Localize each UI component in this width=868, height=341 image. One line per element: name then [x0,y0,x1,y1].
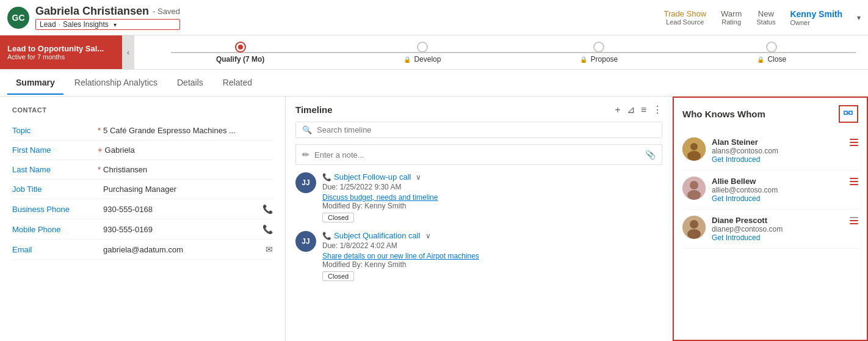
owner-name[interactable]: Kenny Smith [790,9,842,19]
paperclip-icon[interactable]: 📎 [645,150,656,160]
timeline-sort-button[interactable]: ≡ [641,105,646,116]
field-value-businessphone[interactable]: 930-555-0168 [103,205,258,214]
main-content: CONTACT Topic * 5 Café Grande Espresso M… [0,97,868,341]
contact-email-1: allieb@contoso.com [712,186,844,194]
timeline-panel: Timeline + ⊿ ≡ ⋮ 🔍 ✏ 📎 JJ 📞 Subject Foll… [286,97,673,341]
timeline-more-button[interactable]: ⋮ [653,104,662,116]
contact-introduce-1[interactable]: Get Introduced [712,194,844,203]
lead-source-value: Trade Show [664,9,706,18]
contact-avatar-0 [682,138,706,161]
field-label-businessphone: Business Phone [12,205,98,214]
field-value-lastname[interactable]: Christiansen [103,165,273,174]
process-step-propose[interactable]: 🔒 Propose [580,42,618,64]
field-value-firstname[interactable]: Gabriela [105,145,273,155]
process-sidebar-subtitle: Active for 7 months [7,53,115,61]
svg-point-7 [690,181,698,189]
entry-chevron-1[interactable]: ∨ [425,232,431,240]
contact-email-2: dianep@contoso.com [712,225,844,233]
timeline-add-button[interactable]: + [615,105,620,116]
field-value-email[interactable]: gabriela@adatum.com [103,245,261,254]
field-value-mobilephone[interactable]: 930-555-0169 [103,225,258,234]
tab-summary[interactable]: Summary [7,72,63,95]
field-row-firstname: First Name + Gabriela [12,141,273,160]
title-area: Gabriela Christiansen - Saved Lead · Sal… [35,5,180,30]
contact-info-2: Diane Prescott dianep@contoso.com Get In… [712,216,844,242]
wkw-expand-button[interactable] [839,105,858,123]
entry-link-1[interactable]: Share details on our new line of Airpot … [322,252,479,260]
field-value-topic[interactable]: 5 Café Grande Espresso Machines ... [103,126,273,135]
step-circle-close [766,42,777,53]
entry-subject-0[interactable]: Subject Follow-up call [334,172,411,182]
svg-rect-0 [844,111,847,114]
header-right: Trade Show Lead Source Warm Rating New S… [664,9,861,26]
entry-badge-0: Closed [322,213,354,222]
entry-due-0: Due: 1/25/2022 9:30 AM [322,183,662,191]
tabs-row: Summary Relationship Analytics Details R… [0,70,868,97]
timeline-search-box: 🔍 [295,122,662,138]
field-label-lastname: Last Name [12,165,98,174]
menu-dot-1 [850,139,858,140]
entry-body-1: 📞 Subject Qualification call ∨ Due: 1/8/… [322,231,662,281]
rating-meta: Warm Rating [721,9,742,26]
phone-icon-business[interactable]: 📞 [262,204,273,214]
process-bar: Lead to Opportunity Sal... Active for 7 … [0,35,868,70]
wkw-title: Who Knows Whom [682,109,839,119]
breadcrumb-chevron-icon[interactable]: ▾ [114,21,117,28]
status-meta: New Status [756,9,775,26]
process-collapse-button[interactable]: ‹ [122,35,134,69]
contact-email-0: alans@contoso.com [712,147,844,155]
process-steps: Qualify (7 Mo) 🔒 Develop 🔒 Propose 🔒 Clo… [134,42,868,64]
entry-badge-1: Closed [322,271,354,281]
field-label-jobtitle: Job Title [12,185,98,194]
contact-menu-1[interactable] [850,178,858,185]
menu-dot-2 [850,142,858,143]
email-icon[interactable]: ✉ [266,244,273,254]
contact-menu-0[interactable] [850,139,858,146]
entry-avatar-1: JJ [295,231,316,252]
required-icon-lastname: * [98,165,101,174]
process-step-qualify[interactable]: Qualify (7 Mo) [216,42,264,64]
contact-introduce-0[interactable]: Get Introduced [712,155,844,164]
timeline-filter-button[interactable]: ⊿ [627,104,635,116]
pencil-icon: ✏ [302,150,309,160]
tab-related[interactable]: Related [214,72,261,95]
owner-area: Kenny Smith Owner [790,9,842,26]
timeline-header: Timeline + ⊿ ≡ ⋮ [295,104,662,116]
timeline-title: Timeline [295,105,615,115]
entry-modified-0: Modified By: Kenny Smith [322,202,662,210]
header-chevron-icon[interactable]: ▾ [857,13,861,22]
process-sidebar-button[interactable]: Lead to Opportunity Sal... Active for 7 … [0,35,122,69]
phone-entry-icon-1: 📞 [322,232,331,240]
contact-card-2: Diane Prescott dianep@contoso.com Get In… [682,210,858,249]
entry-subject-1[interactable]: Subject Qualification call [334,231,421,240]
lead-source-label: Lead Source [666,18,704,26]
field-value-jobtitle[interactable]: Purchasing Manager [103,185,273,194]
phone-icon-mobile[interactable]: 📞 [262,224,273,234]
entry-chevron-0[interactable]: ∨ [416,173,421,182]
tab-relationship-analytics[interactable]: Relationship Analytics [66,72,166,95]
step-circle-develop [417,42,428,53]
breadcrumb[interactable]: Lead · Sales Insights ▾ [35,19,180,30]
timeline-search-input[interactable] [317,125,656,134]
note-input[interactable] [314,150,640,160]
breadcrumb-separator: · [59,20,60,29]
status-value: New [758,9,774,18]
process-step-close[interactable]: 🔒 Close [757,42,786,64]
tab-details[interactable]: Details [168,72,212,95]
contact-menu-2[interactable] [850,217,858,224]
contact-introduce-2[interactable]: Get Introduced [712,233,844,242]
contact-section-title: CONTACT [12,106,273,114]
contact-name: Gabriela Christiansen [35,5,149,18]
entry-link-0[interactable]: Discuss budget, needs and timeline [322,193,438,202]
process-step-develop[interactable]: 🔒 Develop [403,42,441,64]
lock-icon-develop: 🔒 [403,56,411,63]
breadcrumb-lead: Lead [40,20,56,29]
step-circle-qualify [235,42,246,53]
contact-avatar-1 [682,177,706,200]
svg-point-8 [687,190,701,200]
entry-body-0: 📞 Subject Follow-up call ∨ Due: 1/25/202… [322,172,662,222]
field-row-businessphone: Business Phone * 930-555-0168 📞 [12,199,273,219]
search-icon: 🔍 [302,125,312,134]
step-label-close: 🔒 Close [757,55,786,64]
field-row-mobilephone: Mobile Phone * 930-555-0169 📞 [12,219,273,240]
